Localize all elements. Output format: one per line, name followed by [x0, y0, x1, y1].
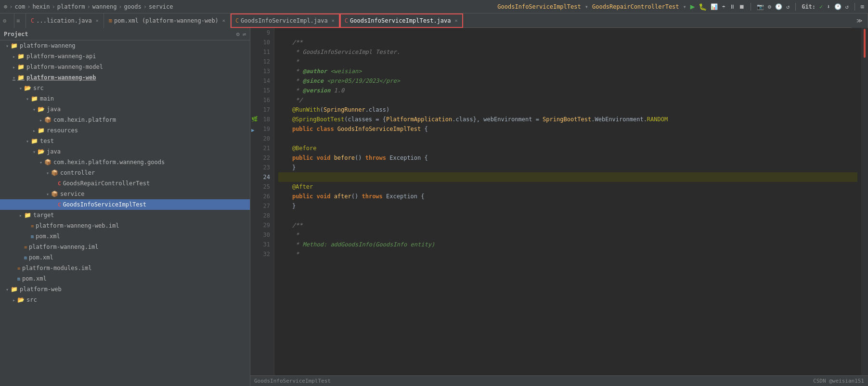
- tree-label: pom.xml: [22, 275, 47, 282]
- tree-item-java-test[interactable]: ▾ 📂 java: [0, 146, 250, 157]
- expand-arrow: ▸: [11, 297, 17, 303]
- tab-goodsinfoserviceimpl-close[interactable]: ✕: [332, 18, 335, 23]
- code-line-18: @SpringBootTest(classes = {PlatformAppli…: [278, 115, 857, 124]
- tree-item-goodsrepaircontrollertest[interactable]: C GoodsRepairControllerTest: [0, 178, 250, 189]
- tree-item-com-hexin-wanneng-goods[interactable]: ▾ 📦 com.hexin.platform.wanneng.goods: [0, 157, 250, 167]
- camera-button[interactable]: 📷: [757, 3, 764, 10]
- expand-arrow: ▾: [24, 139, 31, 144]
- resources-folder-icon: 📁: [38, 127, 45, 134]
- tree-item-goodsinfoserviceimpltest[interactable]: C GoodsInfoServiceImplTest: [0, 199, 250, 210]
- tab-scroll-right[interactable]: ≫: [852, 13, 868, 28]
- iml-icon: ≡: [31, 223, 34, 229]
- tree-label: resources: [47, 127, 78, 134]
- src-web-folder-icon: 📂: [17, 296, 25, 303]
- line-num-22: 22: [250, 153, 274, 163]
- expand-arrow: ▾: [4, 287, 11, 292]
- code-line-16: */: [278, 95, 857, 105]
- tree-item-test[interactable]: ▾ 📁 test: [0, 136, 250, 146]
- expand-arrow: ▸: [11, 54, 17, 59]
- code-content[interactable]: /** * GoodsInfoServiceImpl Tester. * * @…: [274, 28, 861, 375]
- tree-item-pom-root[interactable]: m pom.xml: [0, 273, 250, 284]
- tree-item-platform-wanneng-api[interactable]: ▸ 📁 platform-wanneng-api: [0, 51, 250, 62]
- tree-item-pom-wanneng[interactable]: m pom.xml: [0, 252, 250, 263]
- breadcrumb-wanneng[interactable]: wanneng: [92, 3, 117, 10]
- tab-goodsinfoserviceimpltest-close[interactable]: ✕: [455, 18, 458, 23]
- line-num-19: ▶ 19: [250, 124, 274, 134]
- tree-item-main[interactable]: ▾ 📁 main: [0, 93, 250, 104]
- tab-application[interactable]: C ...lication.java ✕: [26, 13, 104, 28]
- git-commit-button[interactable]: ✓: [819, 3, 823, 10]
- tree-item-platform-wanneng-model[interactable]: ▸ 📁 platform-wanneng-model: [0, 62, 250, 72]
- package-icon: 📦: [44, 159, 52, 166]
- code-line-15: * @version 1.0: [278, 86, 857, 95]
- tree-item-platform-wanneng-web-iml[interactable]: ≡ platform-wanneng-web.iml: [0, 220, 250, 231]
- line-num-28: 28: [250, 211, 274, 220]
- code-line-13: * @author <weisian>: [278, 66, 857, 76]
- pause-button[interactable]: ⏸: [729, 3, 735, 10]
- sidebar-settings-icon[interactable]: ⚙: [236, 31, 240, 38]
- top-right-toolbar: GoodsInfoServiceImplTest ▾ GoodsRepairCo…: [497, 2, 864, 11]
- stop-button[interactable]: ⏹: [739, 3, 745, 10]
- settings-button[interactable]: ⚙: [768, 3, 771, 10]
- layout-button[interactable]: ⊞: [861, 3, 864, 10]
- collapse-button[interactable]: ≡: [14, 13, 26, 28]
- breadcrumb-com[interactable]: com: [14, 3, 25, 10]
- git-history-button[interactable]: ↺: [845, 3, 849, 10]
- tree-item-com-hexin[interactable]: ▸ 📦 com.hexin.platform: [0, 115, 250, 125]
- tree-label: src: [26, 296, 37, 303]
- editor-area: 9 10 11 12 13 14 15 16 17 🌿 18 ▶ 19 20 2…: [250, 28, 868, 386]
- breadcrumb-service[interactable]: service: [149, 3, 173, 10]
- clock-button[interactable]: 🕐: [775, 3, 782, 10]
- tab-pom[interactable]: m pom.xml (platform-wanneng-web) ✕: [104, 13, 231, 28]
- java-test-folder-icon: 📂: [38, 148, 45, 155]
- tab-application-close[interactable]: ✕: [96, 18, 99, 23]
- undo-button[interactable]: ↺: [786, 3, 790, 10]
- profile-button[interactable]: 📊: [711, 3, 718, 10]
- tree-item-resources[interactable]: ▸ 📁 resources: [0, 125, 250, 136]
- tree-item-platform-modules-iml[interactable]: ≡ platform-modules.iml: [0, 263, 250, 273]
- coverage-button[interactable]: ☂: [722, 3, 725, 10]
- tab-pom-close[interactable]: ✕: [222, 18, 225, 23]
- code-line-10: /**: [278, 38, 857, 47]
- tree-item-target[interactable]: ▸ 📁 target: [0, 210, 250, 220]
- sidebar-collapse-icon[interactable]: ⇌: [243, 31, 246, 38]
- tree-item-platform-wanneng-web[interactable]: ▾ 📁 platform-wanneng-web: [0, 72, 250, 83]
- git-update-button[interactable]: ⬇: [827, 3, 830, 10]
- tree-label: pom.xml: [29, 254, 53, 261]
- tab-goodsinfoserviceimpl[interactable]: C GoodsInfoServiceImpl.java ✕: [231, 13, 340, 28]
- git-push-button[interactable]: 🕐: [834, 3, 842, 10]
- run-config-selector2[interactable]: GoodsRepairControllerTest: [592, 3, 679, 10]
- editor-settings-button[interactable]: ⚙: [0, 13, 14, 28]
- breadcrumb-platform[interactable]: platform: [57, 3, 85, 10]
- line-num-10: 10: [250, 38, 274, 47]
- code-line-19: public class GoodsInfoServiceImplTest {: [278, 124, 857, 134]
- line-num-26: 26: [250, 192, 274, 201]
- breadcrumb-hexin[interactable]: hexin: [32, 3, 50, 10]
- tab-goodsinfoserviceimpltest[interactable]: C GoodsInfoServiceImplTest.java ✕: [340, 13, 463, 28]
- tree-item-pom-web[interactable]: m pom.xml: [0, 231, 250, 242]
- folder-icon: 📁: [17, 64, 25, 70]
- status-bar: GoodsInfoServiceImplTest CSDN @weisian15…: [250, 375, 868, 386]
- debug-button[interactable]: 🐛: [699, 3, 707, 11]
- tree-item-src[interactable]: ▾ 📂 src: [0, 83, 250, 93]
- breadcrumb-goods[interactable]: goods: [124, 3, 142, 10]
- tab-goodsinfoserviceimpltest-label: GoodsInfoServiceImplTest.java: [350, 17, 451, 24]
- expand-arrow: ▸: [31, 128, 38, 133]
- code-container[interactable]: 9 10 11 12 13 14 15 16 17 🌿 18 ▶ 19 20 2…: [250, 28, 868, 375]
- tree-item-src-web[interactable]: ▸ 📂 src: [0, 295, 250, 305]
- java-test-icon: C: [345, 17, 348, 24]
- run-config-selector[interactable]: GoodsInfoServiceImplTest: [497, 3, 581, 10]
- tree-item-service[interactable]: ▾ 📦 service: [0, 189, 250, 199]
- run-button[interactable]: ▶: [690, 2, 695, 11]
- expand-arrow: ▾: [38, 160, 44, 165]
- java-serviceimpl-icon: C: [235, 17, 239, 24]
- code-line-26: public void after() throws Exception {: [278, 192, 857, 201]
- breadcrumb-icon: ⊙: [4, 3, 7, 10]
- tree-item-platform-wanneng-iml[interactable]: ≡ platform-wanneng.iml: [0, 242, 250, 252]
- tab-bar: ⚙ ≡ C ...lication.java ✕ m pom.xml (plat…: [0, 13, 868, 28]
- tree-item-java-main[interactable]: ▾ 📂 java: [0, 104, 250, 115]
- tree-item-controller[interactable]: ▾ 📦 controller: [0, 167, 250, 178]
- tree-item-platform-wanneng[interactable]: ▾ 📁 platform-wanneng: [0, 40, 250, 51]
- tree-item-platform-web[interactable]: ▾ 📁 platform-web: [0, 284, 250, 295]
- code-line-12: *: [278, 57, 857, 66]
